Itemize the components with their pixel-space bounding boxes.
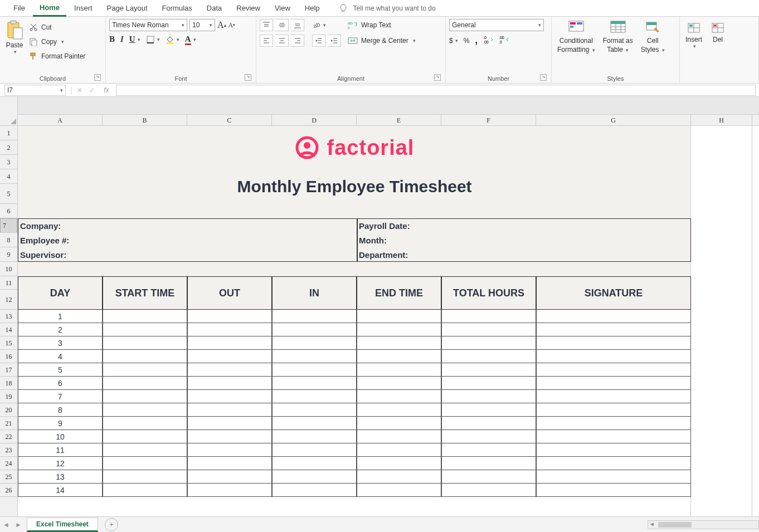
timesheet-cell[interactable] — [441, 310, 536, 323]
column-header[interactable]: C — [187, 115, 272, 125]
timesheet-cell[interactable] — [272, 443, 357, 457]
row-header[interactable]: 10 — [0, 262, 17, 276]
timesheet-cell[interactable] — [272, 310, 357, 323]
timesheet-cell[interactable] — [103, 363, 187, 377]
timesheet-day-cell[interactable]: 3 — [18, 336, 103, 350]
timesheet-cell[interactable] — [272, 430, 357, 443]
timesheet-cell[interactable] — [272, 457, 357, 470]
border-button[interactable]: ▾ — [146, 35, 160, 44]
timesheet-cell[interactable] — [357, 377, 441, 390]
timesheet-day-cell[interactable]: 13 — [18, 470, 103, 484]
timesheet-cell[interactable] — [103, 323, 187, 336]
font-name-select[interactable]: Times New Roman▾ — [109, 19, 187, 31]
timesheet-day-cell[interactable]: 2 — [18, 323, 103, 336]
timesheet-day-cell[interactable]: 7 — [18, 390, 103, 403]
timesheet-cell[interactable] — [357, 363, 441, 377]
timesheet-cell[interactable] — [103, 417, 187, 430]
timesheet-day-cell[interactable]: 11 — [18, 443, 103, 457]
timesheet-cell[interactable] — [357, 336, 441, 350]
conditional-formatting-button[interactable]: Conditional Formatting ▾ — [555, 19, 597, 55]
timesheet-cell[interactable] — [357, 403, 441, 417]
dialog-launcher-icon[interactable]: ↘ — [540, 74, 547, 81]
timesheet-cell[interactable] — [357, 443, 441, 457]
row-header[interactable]: 2 — [0, 140, 17, 155]
timesheet-cell[interactable] — [272, 390, 357, 403]
row-header[interactable]: 26 — [0, 484, 17, 497]
timesheet-cell[interactable] — [357, 430, 441, 443]
timesheet-cell[interactable] — [441, 403, 536, 417]
timesheet-cell[interactable] — [103, 470, 187, 484]
row-header[interactable]: 23 — [0, 443, 17, 457]
timesheet-cell[interactable] — [441, 350, 536, 363]
row-header[interactable]: 14 — [0, 323, 17, 336]
timesheet-cell[interactable] — [187, 363, 272, 377]
timesheet-cell[interactable] — [536, 470, 691, 484]
font-size-select[interactable]: 10▾ — [189, 19, 215, 31]
tab-view[interactable]: View — [268, 1, 297, 16]
timesheet-cell[interactable] — [103, 403, 187, 417]
timesheet-cell[interactable] — [103, 430, 187, 443]
row-header[interactable]: 8 — [0, 233, 17, 247]
fx-icon[interactable]: fx — [101, 86, 111, 94]
timesheet-cell[interactable] — [357, 457, 441, 470]
horizontal-scrollbar[interactable] — [648, 520, 759, 529]
increase-indent-button[interactable] — [328, 35, 341, 47]
timesheet-cell[interactable] — [357, 350, 441, 363]
format-as-table-button[interactable]: Format as Table ▾ — [601, 19, 635, 55]
paste-button[interactable]: Paste ▾ — [3, 19, 26, 56]
cells-area[interactable]: factorialMonthly Employee TimesheetCompa… — [18, 126, 759, 516]
cancel-formula-button[interactable]: ✕ — [77, 86, 82, 94]
timesheet-cell[interactable] — [536, 323, 691, 336]
timesheet-cell[interactable] — [357, 484, 441, 497]
shrink-font-button[interactable]: A▾ — [228, 21, 236, 30]
timesheet-day-cell[interactable]: 9 — [18, 417, 103, 430]
tab-data[interactable]: Data — [200, 1, 228, 16]
percent-button[interactable]: % — [464, 37, 470, 45]
copy-button[interactable]: Copy ▾ — [29, 36, 85, 48]
align-center-button[interactable] — [275, 35, 289, 47]
merge-center-button[interactable]: Merge & Center ▾ — [348, 35, 416, 47]
row-header[interactable]: 25 — [0, 470, 17, 484]
row-header[interactable]: 16 — [0, 350, 17, 363]
row-header[interactable]: 17 — [0, 363, 17, 377]
timesheet-cell[interactable] — [536, 350, 691, 363]
row-header[interactable]: 22 — [0, 430, 17, 443]
timesheet-cell[interactable] — [272, 470, 357, 484]
add-sheet-button[interactable]: ＋ — [105, 518, 118, 531]
orientation-button[interactable]: ab▾ — [312, 21, 326, 30]
timesheet-cell[interactable] — [187, 323, 272, 336]
cell-styles-button[interactable]: Cell Styles ▾ — [639, 19, 667, 55]
timesheet-cell[interactable] — [536, 457, 691, 470]
timesheet-cell[interactable] — [272, 363, 357, 377]
align-middle-button[interactable] — [275, 19, 289, 31]
dialog-launcher-icon[interactable]: ↘ — [245, 74, 251, 81]
timesheet-cell[interactable] — [272, 484, 357, 497]
tab-home[interactable]: Home — [33, 0, 66, 17]
align-left-button[interactable] — [260, 35, 273, 47]
timesheet-cell[interactable] — [441, 484, 536, 497]
font-color-button[interactable]: A▾ — [185, 35, 196, 44]
timesheet-cell[interactable] — [272, 350, 357, 363]
timesheet-day-cell[interactable]: 14 — [18, 484, 103, 497]
timesheet-day-cell[interactable]: 5 — [18, 363, 103, 377]
column-header[interactable]: H — [691, 115, 752, 125]
timesheet-day-cell[interactable]: 12 — [18, 457, 103, 470]
column-header[interactable]: F — [441, 115, 536, 125]
name-box[interactable]: I7▾ — [4, 85, 66, 96]
row-header[interactable]: 9 — [0, 247, 17, 262]
timesheet-cell[interactable] — [441, 443, 536, 457]
timesheet-cell[interactable] — [357, 470, 441, 484]
fill-color-button[interactable]: ▾ — [166, 35, 179, 44]
tab-review[interactable]: Review — [230, 1, 267, 16]
row-header[interactable]: 20 — [0, 403, 17, 417]
timesheet-cell[interactable] — [357, 417, 441, 430]
row-header[interactable]: 15 — [0, 336, 17, 350]
row-header[interactable]: 6 — [0, 204, 17, 218]
timesheet-cell[interactable] — [187, 443, 272, 457]
row-header[interactable]: 24 — [0, 457, 17, 470]
column-header[interactable]: B — [103, 115, 187, 125]
timesheet-cell[interactable] — [441, 430, 536, 443]
timesheet-cell[interactable] — [536, 430, 691, 443]
number-format-select[interactable]: General▾ — [449, 19, 544, 31]
wrap-text-button[interactable]: abc Wrap Text — [348, 19, 416, 31]
